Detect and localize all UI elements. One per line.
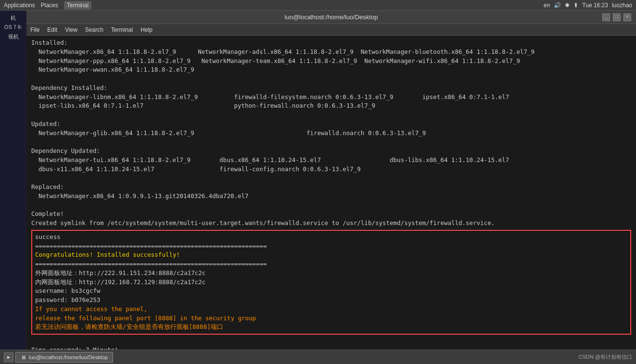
terminal-titlebar: luo@localhost:/home/luo/Desktop _ □ × [26, 11, 636, 24]
taskbar-terminal-app[interactable]: 🖥 luo@localhost:/home/luo/Desktop [15, 352, 113, 363]
success-highlight-box: success ================================… [31, 230, 631, 335]
close-button[interactable]: × [623, 13, 631, 21]
output-warning1: If you cannot access the panel, [35, 305, 627, 314]
terminal-title: luo@localhost:/home/luo/Desktop [60, 13, 602, 21]
terminal-window: luo@localhost:/home/luo/Desktop _ □ × Fi… [26, 11, 636, 350]
menu-edit[interactable]: Edit [47, 26, 57, 33]
bluetooth-icon: ✱ [565, 2, 570, 9]
network-icon: ⬆ [573, 2, 578, 9]
output-username: username: bs3cgcfw [35, 287, 627, 296]
output-replaced: Replaced: [31, 183, 631, 192]
output-dep-installed: Dependency Installed: [31, 84, 631, 93]
terminal-menu[interactable]: Terminal [64, 1, 91, 10]
output-complete: Complete! [31, 210, 631, 219]
output-blank1 [31, 75, 631, 84]
side-panel-text1: 机 [11, 14, 16, 22]
volume-icon: 🔊 [554, 2, 561, 9]
output-dep2: ipset-libs.x86_64 0:7.1-1.el7 python-fir… [31, 101, 631, 111]
output-dupd1: NetworkManager-tui.x86_64 1:1.18.8-2.el7… [31, 156, 631, 165]
output-line1: NetworkManager.x86_64 1:1.18.8-2.el7_9 N… [31, 48, 631, 57]
menu-view[interactable]: View [65, 26, 77, 33]
places-menu[interactable]: Places [41, 2, 58, 9]
applications-menu[interactable]: Applications [4, 2, 35, 9]
output-warning3: 若无法访问面板，请检查防火墙/安全组是否有放行面板[8888]端口 [35, 323, 627, 332]
side-panel: 机 OS 7 6· 视机 [0, 11, 26, 350]
menu-help[interactable]: Help [140, 26, 153, 33]
output-dep-updated: Dependency Updated: [31, 147, 631, 156]
menu-search[interactable]: Search [85, 26, 103, 33]
taskbar-arrow-btn[interactable]: ▶ [4, 352, 13, 362]
output-installed-header: Installed: [31, 38, 631, 48]
output-congratulations: Congratulations! Installed successfully! [35, 251, 627, 260]
terminal-controls: _ □ × [602, 13, 631, 21]
terminal-menubar: File Edit View Search Terminal Help [26, 24, 636, 36]
output-warning2: release the following panel port [8888] … [35, 314, 627, 323]
side-panel-text3: 视机 [8, 33, 19, 40]
minimize-button[interactable]: _ [602, 13, 610, 21]
output-divider1: ========================================… [35, 242, 627, 251]
output-blank4 [31, 174, 631, 183]
output-blank5 [31, 201, 631, 210]
terminal-body[interactable]: Installed: NetworkManager.x86_64 1:1.18.… [26, 36, 636, 350]
taskbar-top: Applications Places Terminal en 🔊 ✱ ⬆ Tu… [0, 0, 636, 11]
output-blank6 [31, 337, 631, 346]
output-success: success [35, 233, 627, 242]
system-lang: en [544, 2, 550, 9]
output-symlink: Created symlink from /etc/systemd/system… [31, 219, 631, 228]
output-rep1: NetworkManager.x86_64 1:0.9.9.1-13.git20… [31, 192, 631, 201]
output-upd1: NetworkManager-glib.x86_64 1:1.18.8-2.el… [31, 129, 631, 138]
output-divider2: ========================================… [35, 260, 627, 269]
output-wan: 外网面板地址：http://222.91.151.234:8888/c2a17c… [35, 269, 627, 278]
output-dep1: NetworkManager-libnm.x86_64 1:1.18.8-2.e… [31, 93, 631, 102]
menu-file[interactable]: File [30, 26, 39, 33]
taskbar-right: en 🔊 ✱ ⬆ Tue 16:23 luozhao [544, 2, 632, 9]
output-line2: NetworkManager-ppp.x86_64 1:1.18.8-2.el7… [31, 57, 631, 66]
user-name: luozhao [612, 2, 632, 9]
taskbar-bottom-left: ▶ 🖥 luo@localhost:/home/luo/Desktop [4, 352, 113, 363]
output-line3: NetworkManager-wwan.x86_64 1:1.18.8-2.el… [31, 65, 631, 75]
output-blank3 [31, 138, 631, 147]
menu-terminal[interactable]: Terminal [111, 26, 133, 33]
bottom-right-text: CSDN @有计划有信口 [579, 354, 632, 360]
taskbar-left: Applications Places Terminal [4, 1, 91, 10]
output-updated: Updated: [31, 120, 631, 129]
output-lan: 内网面板地址：http://192.168.72.129:8888/c2a17c… [35, 278, 627, 287]
side-panel-text2: OS 7 6· [4, 24, 22, 31]
taskbar-bottom: ▶ 🖥 luo@localhost:/home/luo/Desktop CSDN… [0, 350, 636, 364]
clock: Tue 16:23 [582, 2, 608, 9]
output-dupd2: dbus-x11.x86_64 1:1.10.24-15.el7 firewal… [31, 165, 631, 174]
output-blank2 [31, 111, 631, 120]
output-password: password: b076e253 [35, 296, 627, 305]
taskbar-app-label: luo@localhost:/home/luo/Desktop [29, 354, 108, 360]
taskbar-bottom-right: CSDN @有计划有信口 [579, 353, 632, 361]
maximize-button[interactable]: □ [613, 13, 621, 21]
output-time-consumed: Time consumed: 7 Minute! [31, 346, 631, 350]
